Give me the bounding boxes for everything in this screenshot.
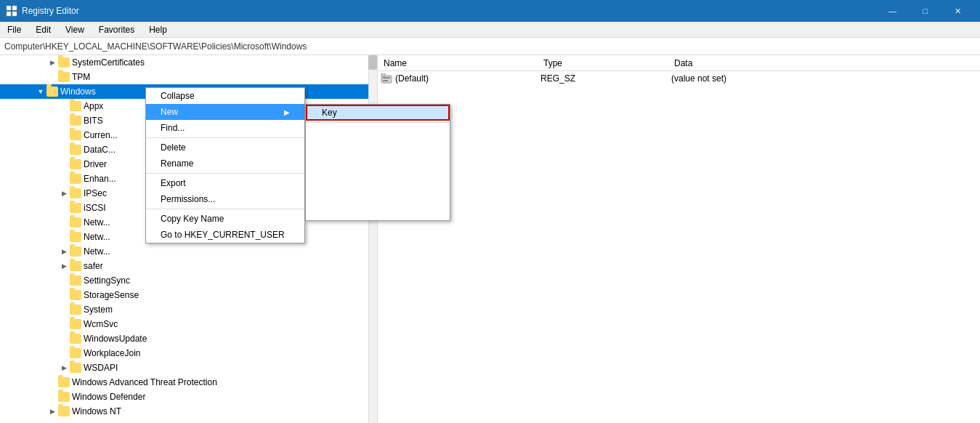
submenu-expandable-value[interactable]: Expandable String Value [306, 204, 450, 220]
menu-favorites[interactable]: Favorites [92, 22, 142, 37]
expand-icon [58, 289, 70, 301]
ctx-rename[interactable]: Rename [146, 156, 304, 172]
tree-item-windowsdefender[interactable]: Windows Defender [0, 390, 377, 404]
folder-icon [70, 174, 81, 184]
expand-icon [58, 115, 70, 126]
tree-label: SettingSync [84, 275, 130, 286]
ctx-delete[interactable]: Delete [146, 140, 304, 156]
submenu-string-value[interactable]: String Value [306, 124, 450, 140]
tree-item-windowsupdate[interactable]: WindowsUpdate [0, 331, 377, 346]
ctx-export[interactable]: Export [146, 175, 304, 191]
expand-icon [58, 158, 70, 170]
ctx-new[interactable]: New ▶ Key String Value Binary Value DWOR… [146, 104, 304, 120]
tree-item-workplacejoin[interactable]: WorkplaceJoin [0, 346, 377, 360]
submenu-multistring-value[interactable]: Multi-String Value [306, 188, 450, 204]
folder-icon [70, 275, 81, 286]
tree-label: SystemCertificates [72, 57, 145, 68]
submenu-binary-label: Binary Value [320, 143, 369, 153]
window-title: Registry Editor [22, 6, 876, 16]
menu-file[interactable]: File [0, 22, 28, 37]
ctx-sep3 [146, 209, 304, 209]
ctx-delete-label: Delete [161, 142, 186, 153]
folder-icon [70, 334, 81, 344]
tree-item-system[interactable]: System [0, 302, 377, 317]
submenu-key[interactable]: Key [306, 105, 450, 121]
tree-label: Netw... [84, 246, 110, 257]
registry-name: (Default) [381, 73, 540, 84]
tree-label: WcmSvc [84, 319, 118, 329]
folder-icon [70, 319, 81, 329]
expand-icon [58, 347, 70, 359]
folder-icon [58, 72, 70, 82]
maximize-button[interactable]: □ [909, 0, 941, 22]
svg-rect-1 [12, 6, 17, 10]
tree-item-settingsync[interactable]: SettingSync [0, 273, 377, 288]
tree-label: Netw... [84, 232, 110, 242]
svg-rect-3 [12, 12, 17, 16]
tree-item-safer[interactable]: ▶ safer [0, 259, 377, 273]
menu-bar: File Edit View Favorites Help [0, 22, 980, 38]
ctx-goto-hkcu[interactable]: Go to HKEY_CURRENT_USER [146, 227, 304, 243]
expand-icon: ▶ [46, 406, 58, 417]
folder-icon [70, 232, 81, 242]
svg-rect-4 [381, 76, 392, 83]
tree-item-netw3[interactable]: ▶ Netw... [0, 244, 377, 259]
registry-type: REG_SZ [540, 73, 671, 84]
tree-item-tpm[interactable]: TPM [0, 70, 377, 84]
tree-item-watp[interactable]: Windows Advanced Threat Protection [0, 375, 377, 390]
folder-icon [58, 406, 70, 416]
folder-icon [70, 217, 81, 227]
menu-edit[interactable]: Edit [28, 22, 58, 37]
menu-view[interactable]: View [58, 22, 92, 37]
submenu-qword-label: QWORD (64-bit) Value [320, 175, 409, 185]
submenu-qword-value[interactable]: QWORD (64-bit) Value [306, 172, 450, 188]
tree-item-storagesense[interactable]: StorageSense [0, 288, 377, 302]
tree-label: Netw... [84, 217, 110, 227]
tree-label: Appx [84, 101, 103, 111]
tree-item-systemcertificates[interactable]: ▶ SystemCertificates [0, 55, 377, 70]
ctx-collapse[interactable]: Collapse [146, 88, 304, 104]
ctx-copy-key-name[interactable]: Copy Key Name [146, 211, 304, 227]
tree-label: DataC... [84, 145, 116, 155]
svg-rect-2 [7, 12, 11, 16]
tree-label: IPSec [84, 188, 107, 198]
scrollbar-thumb[interactable] [368, 55, 377, 70]
ctx-find[interactable]: Find... [146, 120, 304, 136]
ctx-find-label: Find... [161, 123, 185, 133]
tree-item-wcmsvc[interactable]: WcmSvc [0, 317, 377, 331]
folder-icon [70, 246, 81, 257]
tree-item-windowsnt[interactable]: ▶ Windows NT [0, 404, 377, 419]
expand-icon [58, 318, 70, 330]
submenu-arrow: ▶ [284, 108, 290, 116]
submenu-binary-value[interactable]: Binary Value [306, 140, 450, 156]
registry-row-default[interactable]: (Default) REG_SZ (value not set) [378, 71, 980, 86]
folder-icon [70, 116, 81, 126]
submenu-dword-label: DWORD (32-bit) Value [320, 159, 408, 169]
minimize-button[interactable]: — [876, 0, 909, 22]
folder-icon [70, 348, 81, 358]
folder-icon [70, 203, 81, 213]
ctx-goto-hkcu-label: Go to HKEY_CURRENT_USER [161, 230, 285, 240]
menu-help[interactable]: Help [142, 22, 174, 37]
tree-label: Windows Advanced Threat Protection [72, 377, 217, 387]
tree-label: BITS [84, 116, 103, 126]
close-button[interactable]: ✕ [941, 0, 974, 22]
folder-icon [58, 392, 70, 402]
submenu-dword-value[interactable]: DWORD (32-bit) Value [306, 156, 450, 172]
registry-entries: (Default) REG_SZ (value not set) [378, 71, 980, 423]
submenu-string-label: String Value [320, 127, 367, 137]
tree-label: safer [84, 261, 103, 271]
svg-rect-6 [383, 77, 390, 78]
folder-icon [46, 86, 58, 97]
expand-icon [58, 275, 70, 286]
ctx-rename-label: Rename [161, 158, 193, 169]
expand-icon [58, 217, 70, 228]
ctx-permissions[interactable]: Permissions... [146, 191, 304, 207]
tree-item-wsdapi[interactable]: ▶ WSDAPI [0, 360, 377, 375]
tree-label: WindowsUpdate [84, 334, 147, 344]
submenu-separator [306, 122, 450, 123]
address-path: Computer\HKEY_LOCAL_MACHINE\SOFTWARE\Pol… [4, 41, 307, 52]
expand-icon [58, 231, 70, 243]
tree-label: iSCSI [84, 203, 106, 213]
ctx-collapse-label: Collapse [161, 91, 195, 101]
